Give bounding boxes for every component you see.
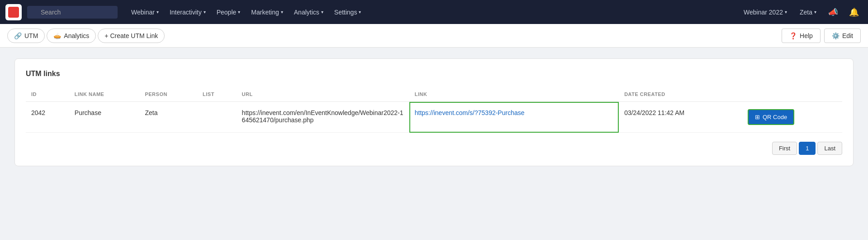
utm-links-card: UTM links ID LINK NAME PERSON LIST URL L… <box>14 58 854 166</box>
qr-code-button[interactable]: ⊞ QR Code <box>748 109 794 125</box>
chevron-down-icon: ▾ <box>359 10 361 14</box>
chevron-down-icon: ▾ <box>281 10 283 14</box>
table-header: ID LINK NAME PERSON LIST URL LINK DATE C… <box>26 87 842 102</box>
nav-interactivity[interactable]: Interactivity ▾ <box>165 6 210 19</box>
nav-webinar[interactable]: Webinar ▾ <box>127 6 163 19</box>
qr-code-icon: ⊞ <box>755 114 760 120</box>
search-wrapper: 🔍 <box>27 6 118 19</box>
utm-link-anchor[interactable]: https://inevent.com/s/?75392-Purchase <box>415 109 525 116</box>
chart-icon: 🥧 <box>53 32 61 39</box>
user-selector[interactable]: Zeta ▾ <box>795 6 821 19</box>
main-content: UTM links ID LINK NAME PERSON LIST URL L… <box>0 48 868 177</box>
top-navigation: 🔍 Webinar ▾ Interactivity ▾ People ▾ Mar… <box>0 0 868 24</box>
nav-marketing[interactable]: Marketing ▾ <box>247 6 287 19</box>
col-header-person: PERSON <box>139 87 197 102</box>
chevron-down-icon: ▾ <box>814 10 816 14</box>
cell-date-created: 03/24/2022 11:42 AM <box>619 102 742 133</box>
col-header-url: URL <box>237 87 409 102</box>
chevron-down-icon: ▾ <box>157 10 159 14</box>
app-logo <box>5 4 22 20</box>
table-body: 2042 Purchase Zeta https://inevent.com/e… <box>26 102 842 133</box>
gear-icon: ⚙️ <box>832 32 840 39</box>
nav-settings[interactable]: Settings ▾ <box>330 6 366 19</box>
cell-list <box>197 102 237 133</box>
card-title: UTM links <box>26 70 842 78</box>
cell-id: 2042 <box>26 102 69 133</box>
subnav-right-section: ❓ Help ⚙️ Edit <box>782 29 861 43</box>
last-page-button[interactable]: Last <box>817 142 842 155</box>
col-header-date-created: DATE CREATED <box>619 87 742 102</box>
help-button[interactable]: ❓ Help <box>782 29 821 43</box>
chevron-down-icon: ▾ <box>204 10 206 14</box>
cell-link-name: Purchase <box>69 102 140 133</box>
sub-navigation: 🔗 UTM 🥧 Analytics + Create UTM Link ❓ He… <box>0 24 868 48</box>
col-header-actions <box>742 87 842 102</box>
search-input[interactable] <box>27 6 118 19</box>
col-header-link-name: LINK NAME <box>69 87 140 102</box>
analytics-tab-button[interactable]: 🥧 Analytics <box>47 29 96 43</box>
chevron-down-icon: ▾ <box>321 10 323 14</box>
cell-person: Zeta <box>139 102 197 133</box>
question-circle-icon: ❓ <box>789 32 797 39</box>
megaphone-icon[interactable]: 📣 <box>825 5 842 19</box>
col-header-link: LINK <box>409 87 619 102</box>
col-header-list: LIST <box>197 87 237 102</box>
utm-tab-button[interactable]: 🔗 UTM <box>7 29 45 43</box>
notification-bell-icon[interactable]: 🔔 <box>845 5 863 19</box>
cell-link: https://inevent.com/s/?75392-Purchase <box>409 102 619 133</box>
create-utm-link-button[interactable]: + Create UTM Link <box>98 29 165 43</box>
col-header-id: ID <box>26 87 69 102</box>
table-row: 2042 Purchase Zeta https://inevent.com/e… <box>26 102 842 133</box>
pagination: First 1 Last <box>26 142 842 155</box>
nav-people[interactable]: People ▾ <box>212 6 245 19</box>
first-page-button[interactable]: First <box>772 142 797 155</box>
utm-links-table: ID LINK NAME PERSON LIST URL LINK DATE C… <box>26 87 842 133</box>
topnav-right-section: Webinar 2022 ▾ Zeta ▾ 📣 🔔 <box>739 5 863 19</box>
webinar-selector[interactable]: Webinar 2022 ▾ <box>739 6 792 19</box>
page-1-button[interactable]: 1 <box>799 142 816 155</box>
cell-actions: ⊞ QR Code <box>742 102 842 133</box>
edit-button[interactable]: ⚙️ Edit <box>824 29 861 43</box>
chevron-down-icon: ▾ <box>238 10 240 14</box>
nav-analytics[interactable]: Analytics ▾ <box>289 6 328 19</box>
chevron-down-icon: ▾ <box>785 10 787 14</box>
link-icon: 🔗 <box>14 32 22 39</box>
cell-url: https://inevent.com/en/InEventKnowledge/… <box>237 102 409 133</box>
